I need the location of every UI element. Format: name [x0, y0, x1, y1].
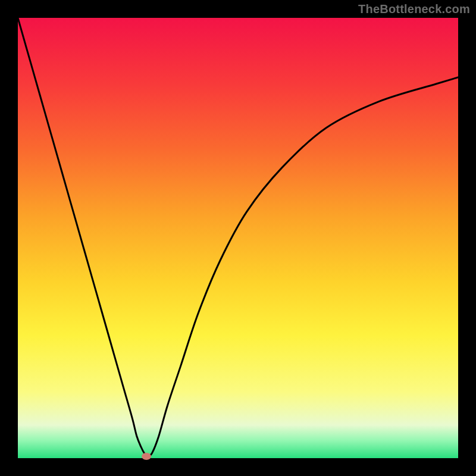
watermark-label: TheBottleneck.com — [358, 2, 470, 16]
bottleneck-chart — [0, 0, 476, 476]
plot-background-gradient — [18, 18, 458, 458]
optimum-marker — [142, 453, 151, 460]
chart-container: TheBottleneck.com — [0, 0, 476, 476]
